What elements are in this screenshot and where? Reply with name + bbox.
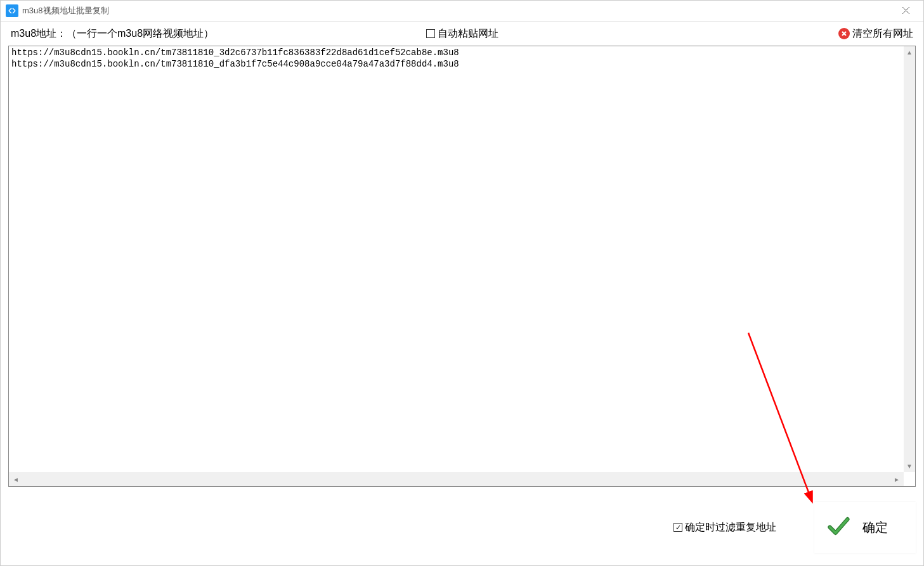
close-icon xyxy=(902,6,910,15)
toolbar: m3u8地址：（一行一个m3u8网络视频地址） 自动粘贴网址 清空所有网址 xyxy=(1,22,923,46)
auto-paste-checkbox-group[interactable]: 自动粘贴网址 xyxy=(426,27,498,41)
url-textarea-wrap: https://m3u8cdn15.bookln.cn/tm73811810_3… xyxy=(8,46,916,487)
confirm-label: 确定 xyxy=(862,519,888,536)
app-icon xyxy=(6,4,18,17)
titlebar: m3u8视频地址批量复制 xyxy=(1,1,923,22)
filter-duplicates-label: 确定时过滤重复地址 xyxy=(685,521,776,534)
filter-duplicates-checkbox[interactable] xyxy=(673,523,682,532)
scroll-left-icon: ◄ xyxy=(13,476,19,483)
scroll-down-icon: ▼ xyxy=(906,463,913,470)
auto-paste-checkbox[interactable] xyxy=(426,29,435,38)
clear-all-button[interactable]: 清空所有网址 xyxy=(838,27,913,41)
auto-paste-label: 自动粘贴网址 xyxy=(438,27,498,41)
confirm-button[interactable]: 确定 xyxy=(814,502,916,553)
vertical-scrollbar[interactable]: ▲ ▼ xyxy=(904,46,915,472)
address-label: m3u8地址：（一行一个m3u8网络视频地址） xyxy=(11,27,214,41)
horizontal-scrollbar[interactable]: ◄ ► xyxy=(9,472,904,486)
window-title: m3u8视频地址批量复制 xyxy=(22,5,109,16)
scroll-right-icon: ► xyxy=(894,476,900,483)
main-window: m3u8视频地址批量复制 m3u8地址：（一行一个m3u8网络视频地址） 自动粘… xyxy=(0,0,924,566)
filter-duplicates-group[interactable]: 确定时过滤重复地址 xyxy=(673,521,776,534)
clear-all-label: 清空所有网址 xyxy=(852,27,913,41)
clear-icon xyxy=(838,28,850,39)
check-icon xyxy=(827,515,850,541)
bottombar: 确定时过滤重复地址 确定 xyxy=(1,489,923,565)
scroll-up-icon: ▲ xyxy=(906,49,913,56)
content-area: https://m3u8cdn15.bookln.cn/tm73811810_3… xyxy=(1,46,923,489)
url-textarea[interactable]: https://m3u8cdn15.bookln.cn/tm73811810_3… xyxy=(9,46,915,486)
close-button[interactable] xyxy=(899,4,912,16)
